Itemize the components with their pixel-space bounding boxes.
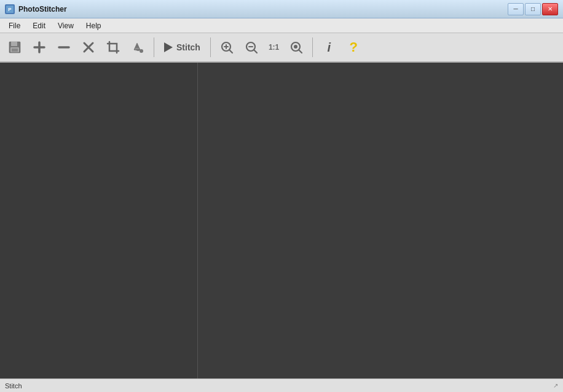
status-text: Stitch xyxy=(5,382,22,390)
zoom-out-button[interactable] xyxy=(240,36,262,58)
close-button[interactable]: ✕ xyxy=(542,3,558,15)
stitch-button[interactable]: Stitch xyxy=(159,40,205,55)
fill-icon xyxy=(131,41,144,54)
title-controls: ─ □ ✕ xyxy=(508,3,558,15)
zoom-in-icon xyxy=(220,41,234,54)
play-icon xyxy=(164,42,173,52)
crop-icon xyxy=(106,41,120,54)
menu-edit[interactable]: Edit xyxy=(26,20,52,31)
help-icon: ? xyxy=(350,39,358,55)
main-content xyxy=(0,63,563,378)
crop-button[interactable] xyxy=(102,36,124,58)
save-button[interactable] xyxy=(4,36,26,58)
toolbar-separator-3 xyxy=(312,37,313,57)
svg-line-18 xyxy=(254,50,257,53)
zoom-out-icon xyxy=(245,41,258,54)
zoom-fit-button[interactable] xyxy=(285,36,307,58)
menu-bar: File Edit View Help xyxy=(0,18,563,33)
right-panel xyxy=(198,63,563,378)
add-button[interactable] xyxy=(28,36,50,58)
minimize-button[interactable]: ─ xyxy=(508,3,524,15)
add-icon xyxy=(33,41,46,54)
svg-line-15 xyxy=(229,50,232,53)
remove-icon xyxy=(57,41,71,54)
app-title: PhotoStitcher xyxy=(18,5,67,14)
maximize-button[interactable]: □ xyxy=(525,3,541,15)
remove-button[interactable] xyxy=(53,36,75,58)
svg-text:P: P xyxy=(8,7,12,12)
svg-rect-3 xyxy=(11,42,17,46)
menu-file[interactable]: File xyxy=(2,20,26,31)
info-button[interactable]: i xyxy=(318,36,340,58)
corner-indicator: ↗ xyxy=(553,382,558,389)
left-panel xyxy=(0,63,198,378)
delete-icon xyxy=(82,41,95,54)
title-bar-left: P PhotoStitcher xyxy=(5,4,67,14)
stitch-label: Stitch xyxy=(176,42,200,52)
svg-line-21 xyxy=(299,50,302,53)
svg-point-11 xyxy=(140,49,143,53)
svg-rect-5 xyxy=(12,49,18,52)
menu-view[interactable]: View xyxy=(52,20,80,31)
save-icon xyxy=(8,41,22,54)
status-bar: Stitch ↗ xyxy=(0,378,563,392)
menu-help[interactable]: Help xyxy=(80,20,108,31)
help-button[interactable]: ? xyxy=(342,36,364,58)
zoom-in-button[interactable] xyxy=(216,36,238,58)
toolbar: Stitch 1:1 i ? xyxy=(0,33,563,63)
zoom-100-button[interactable]: 1:1 xyxy=(265,36,283,58)
svg-point-20 xyxy=(294,45,297,49)
toolbar-separator-2 xyxy=(210,37,211,57)
info-icon: i xyxy=(327,41,331,55)
zoom-100-label: 1:1 xyxy=(269,43,279,52)
title-bar: P PhotoStitcher ─ □ ✕ xyxy=(0,0,563,18)
toolbar-separator-1 xyxy=(154,37,154,57)
fill-button[interactable] xyxy=(127,36,149,58)
delete-button[interactable] xyxy=(77,36,100,58)
zoom-fit-icon xyxy=(289,41,303,54)
app-icon: P xyxy=(5,4,15,14)
